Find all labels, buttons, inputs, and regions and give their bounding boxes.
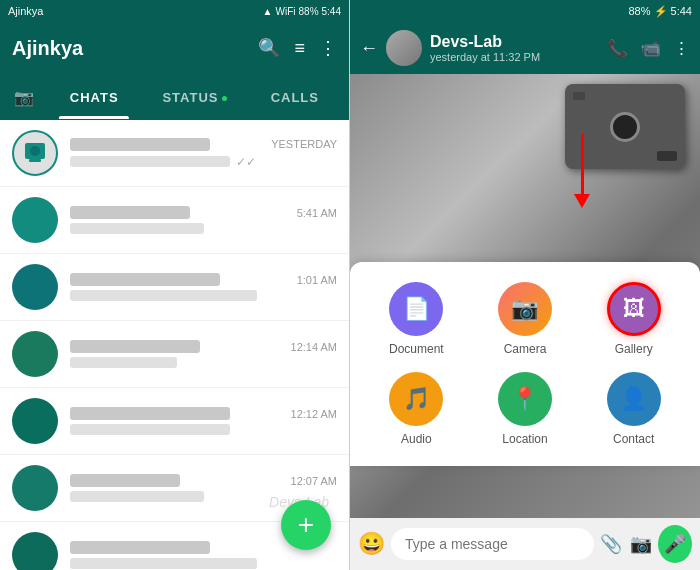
carrier-name: Ajinkya (8, 5, 43, 17)
chat-top: YESTERDAY (70, 138, 337, 151)
battery-text: 88% (299, 6, 319, 17)
arrow-shaft (581, 134, 584, 194)
chat-bottom: ✓✓ (70, 155, 337, 169)
chat-content: 1:01 AM (70, 273, 337, 301)
chat-content: 12:12 AM (70, 407, 337, 435)
contact-status: yesterday at 11:32 PM (430, 51, 599, 63)
video-call-icon[interactable]: 📹 (640, 38, 661, 59)
message-input[interactable] (391, 528, 594, 560)
attachment-menu: 📄 Document 📷 Camera 🖼 Gallery (350, 262, 700, 466)
chat-background: 📄 Document 📷 Camera 🖼 Gallery (350, 74, 700, 518)
time-left: 5:44 (322, 6, 341, 17)
right-status-bar: 88% ⚡ 5:44 (350, 0, 700, 22)
tab-chats[interactable]: CHATS (44, 76, 144, 119)
app-title: Ajinkya (12, 37, 83, 60)
camera-icon: 📷 (498, 282, 552, 336)
arrow-indicator (574, 134, 590, 208)
chat-top: 1:01 AM (70, 273, 337, 286)
chat-item[interactable]: 5:41 AM (0, 187, 349, 254)
emoji-button[interactable]: 😀 (358, 531, 385, 557)
right-top-bar: ← Devs-Lab yesterday at 11:32 PM 📞 📹 ⋮ (350, 22, 700, 74)
chat-preview-blur (70, 424, 230, 435)
chat-bottom (70, 357, 337, 368)
status-indicators: ▲ WiFi 88% 5:44 (263, 6, 341, 17)
attach-gallery-item[interactable]: 🖼 Gallery (587, 282, 680, 356)
chat-preview-blur (70, 290, 257, 301)
signal-icon: ▲ (263, 6, 273, 17)
camera-lens (610, 112, 640, 142)
chat-name-blur (70, 206, 190, 219)
tab-status[interactable]: STATUS (144, 76, 244, 119)
chat-item[interactable]: YESTERDAY ✓✓ (0, 120, 349, 187)
chat-name-blur (70, 474, 180, 487)
tab-camera[interactable]: 📷 (4, 88, 44, 107)
avatar (12, 465, 58, 511)
input-bar: 😀 📎 📷 🎤 (350, 518, 700, 570)
chat-bottom (70, 558, 337, 569)
attach-document-item[interactable]: 📄 Document (370, 282, 463, 356)
attach-camera-item[interactable]: 📷 Camera (479, 282, 572, 356)
avatar (12, 130, 58, 176)
sent-icon: ✓✓ (236, 155, 256, 169)
tabs-bar: 📷 CHATS STATUS CALLS (0, 74, 349, 120)
chat-item[interactable]: 1:01 AM (0, 254, 349, 321)
attach-location-item[interactable]: 📍 Location (479, 372, 572, 446)
menu-icon[interactable]: ≡ (294, 38, 305, 59)
input-icons: 📎 📷 (600, 533, 652, 555)
chat-content: 12:07 AM (70, 474, 337, 502)
mic-button[interactable]: 🎤 (658, 525, 692, 563)
whatsapp-header: Ajinkya 🔍 ≡ ⋮ (0, 22, 349, 74)
chat-bottom (70, 223, 337, 234)
camera-input-icon[interactable]: 📷 (630, 533, 652, 555)
svg-rect-2 (29, 159, 41, 162)
contact-avatar (386, 30, 422, 66)
attach-audio-item[interactable]: 🎵 Audio (370, 372, 463, 446)
right-panel: 88% ⚡ 5:44 ← Devs-Lab yesterday at 11:32… (350, 0, 700, 570)
chat-list-container: YESTERDAY ✓✓ 5:41 AM (0, 120, 349, 570)
chat-content: 5:41 AM (70, 206, 337, 234)
new-chat-button[interactable]: + (281, 500, 331, 550)
back-button[interactable]: ← (360, 38, 378, 59)
avatar (12, 532, 58, 570)
avatar (12, 197, 58, 243)
more-options-icon[interactable]: ⋮ (319, 37, 337, 59)
voice-call-icon[interactable]: 📞 (607, 38, 628, 59)
chat-time: 12:14 AM (291, 341, 337, 353)
search-icon[interactable]: 🔍 (258, 37, 280, 59)
chat-time: 12:07 AM (291, 475, 337, 487)
chat-top: 12:07 AM (70, 474, 337, 487)
attach-contact-item[interactable]: 👤 Contact (587, 372, 680, 446)
chat-top: 12:12 AM (70, 407, 337, 420)
tab-calls[interactable]: CALLS (245, 76, 345, 119)
chat-name-blur (70, 340, 200, 353)
contact-info: Devs-Lab yesterday at 11:32 PM (430, 33, 599, 63)
chat-bottom (70, 424, 337, 435)
chat-time: 1:01 AM (297, 274, 337, 286)
avatar (12, 331, 58, 377)
chat-time: 12:12 AM (291, 408, 337, 420)
chat-content: YESTERDAY ✓✓ (70, 138, 337, 169)
chat-content: 12:14 AM (70, 340, 337, 368)
document-label: Document (389, 342, 444, 356)
more-options-icon[interactable]: ⋮ (673, 38, 690, 59)
chat-name-blur (70, 541, 210, 554)
chat-preview-blur (70, 156, 230, 167)
attach-grid: 📄 Document 📷 Camera 🖼 Gallery (360, 282, 690, 446)
chat-name-blur (70, 273, 220, 286)
gallery-label: Gallery (615, 342, 653, 356)
chat-name-blur (70, 407, 230, 420)
audio-label: Audio (401, 432, 432, 446)
chat-item[interactable]: 12:14 AM (0, 321, 349, 388)
location-label: Location (502, 432, 547, 446)
chat-preview-blur (70, 558, 257, 569)
chat-item[interactable]: 12:12 AM (0, 388, 349, 455)
attachment-icon[interactable]: 📎 (600, 533, 622, 555)
wifi-icon: WiFi (276, 6, 296, 17)
contact-icon: 👤 (607, 372, 661, 426)
document-icon: 📄 (389, 282, 443, 336)
chat-bottom (70, 290, 337, 301)
avatar (12, 264, 58, 310)
chat-top: 12:14 AM (70, 340, 337, 353)
left-panel: Ajinkya ▲ WiFi 88% 5:44 Ajinkya 🔍 ≡ ⋮ 📷 … (0, 0, 350, 570)
status-bar-left: Ajinkya ▲ WiFi 88% 5:44 (0, 0, 349, 22)
